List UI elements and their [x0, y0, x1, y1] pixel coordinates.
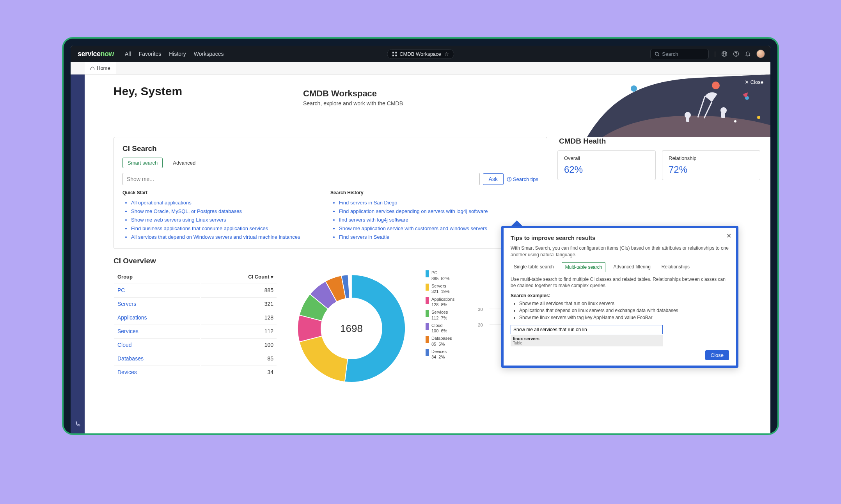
- tips-example-input[interactable]: [511, 325, 663, 334]
- tips-close-icon[interactable]: ✕: [726, 232, 731, 240]
- grid-icon: [392, 51, 397, 57]
- svg-rect-2: [392, 55, 394, 56]
- ci-donut-chart: 1698: [293, 270, 410, 387]
- svg-line-5: [658, 55, 659, 56]
- workspace-pill[interactable]: CMDB Workspace ☆: [387, 49, 454, 59]
- donut-legend: PC885 52%Servers321 19%Applications128 8…: [426, 270, 454, 362]
- example-item: Show me all services that run on linux s…: [519, 300, 729, 307]
- count-cell: 321: [201, 297, 277, 310]
- tab-home[interactable]: Home: [85, 62, 116, 74]
- legend-swatch: [426, 310, 429, 317]
- nav-all[interactable]: All: [125, 51, 131, 57]
- tips-tab-advanced[interactable]: Advanced filtering: [610, 262, 653, 272]
- globe-icon[interactable]: [721, 51, 727, 57]
- search-tips-link[interactable]: Search tips: [507, 176, 538, 182]
- ask-button[interactable]: Ask: [483, 173, 504, 185]
- table-row: Devices34: [114, 366, 277, 378]
- global-search[interactable]: Search: [650, 49, 709, 59]
- legend-swatch: [426, 323, 429, 330]
- legend-swatch: [426, 349, 429, 356]
- svg-rect-19: [686, 117, 689, 122]
- svg-point-10: [736, 55, 736, 55]
- legend-item[interactable]: Cloud100 6%: [426, 323, 454, 334]
- close-icon: ✕: [745, 79, 749, 85]
- health-relationship-label: Relationship: [669, 155, 754, 161]
- count-cell: 85: [201, 352, 277, 365]
- tab-advanced[interactable]: Advanced: [168, 158, 200, 168]
- legend-item[interactable]: PC885 52%: [426, 270, 454, 281]
- group-link[interactable]: Databases: [117, 355, 144, 362]
- group-link[interactable]: Cloud: [117, 342, 132, 348]
- tab-smart-search[interactable]: Smart search: [122, 158, 163, 168]
- health-heading: CMDB Health: [559, 137, 760, 146]
- sort-icon: ▾: [271, 274, 273, 280]
- legend-swatch: [426, 270, 429, 277]
- nav-workspaces[interactable]: Workspaces: [194, 51, 224, 57]
- group-link[interactable]: Services: [117, 328, 138, 334]
- divider: |: [714, 51, 716, 57]
- count-cell: 100: [201, 338, 277, 351]
- ci-search-heading: CI Search: [122, 144, 538, 153]
- quick-start-item[interactable]: Find business applications that consume …: [131, 224, 330, 233]
- nav-history[interactable]: History: [169, 51, 186, 57]
- info-icon: [507, 177, 512, 182]
- left-rail: [71, 62, 85, 433]
- group-link[interactable]: Devices: [117, 369, 137, 375]
- quick-start-item[interactable]: Show me Oracle, MySQL, or Postgres datab…: [131, 207, 330, 216]
- quick-start-item[interactable]: All services that depend on Windows serv…: [131, 233, 330, 241]
- quick-start-list: All operational applicationsShow me Orac…: [122, 199, 330, 241]
- group-link[interactable]: PC: [117, 287, 125, 293]
- star-icon[interactable]: ☆: [444, 51, 449, 57]
- svg-point-4: [655, 52, 658, 55]
- legend-item[interactable]: Servers321 19%: [426, 283, 454, 295]
- hero-close-button[interactable]: ✕ Close: [745, 79, 763, 85]
- svg-rect-21: [721, 112, 725, 118]
- quick-start-label: Quick Start: [122, 190, 330, 195]
- count-cell: 128: [201, 311, 277, 324]
- legend-item[interactable]: Databases85 5%: [426, 335, 454, 347]
- hero-illustration: [587, 75, 770, 137]
- legend-item[interactable]: Applications128 8%: [426, 296, 454, 308]
- nav-favorites[interactable]: Favorites: [139, 51, 161, 57]
- health-relationship-value: 72%: [669, 164, 754, 175]
- example-item: Applications that depend on linux server…: [519, 307, 729, 314]
- user-avatar[interactable]: [756, 50, 765, 58]
- legend-item[interactable]: Services112 7%: [426, 309, 454, 321]
- tips-suggestion[interactable]: linux servers Table: [511, 335, 663, 346]
- history-item[interactable]: Find servers in San Diego: [339, 199, 538, 207]
- quick-start-item[interactable]: Show me web servers using Linux servers: [131, 216, 330, 224]
- history-item[interactable]: Find application services depending on s…: [339, 207, 538, 216]
- tips-tab-multi[interactable]: Multi-table search: [562, 262, 606, 272]
- health-overall-card[interactable]: Overall 62%: [557, 150, 656, 180]
- hero-banner: Hey, System CMDB Workspace Search, explo…: [85, 75, 770, 137]
- tips-tab-relationships[interactable]: Relationships: [658, 262, 693, 272]
- legend-swatch: [426, 336, 429, 343]
- tips-description: With Smart Search, you can find configur…: [511, 245, 729, 258]
- group-link[interactable]: Servers: [117, 301, 136, 307]
- legend-swatch: [426, 284, 429, 291]
- count-cell: 112: [201, 325, 277, 337]
- search-tips-popover: Tips to improve search results ✕ With Sm…: [501, 226, 738, 368]
- col-count[interactable]: CI Count ▾: [201, 271, 277, 283]
- svg-rect-0: [392, 51, 394, 53]
- count-cell: 885: [201, 284, 277, 296]
- group-link[interactable]: Applications: [117, 314, 147, 321]
- bell-icon[interactable]: [745, 51, 751, 57]
- legend-swatch: [426, 297, 429, 304]
- legend-item[interactable]: Devices34 2%: [426, 349, 454, 360]
- table-row: Databases85: [114, 352, 277, 365]
- top-nav: servicenow All Favorites History Workspa…: [71, 46, 770, 62]
- health-relationship-card[interactable]: Relationship 72%: [662, 150, 760, 180]
- rail-phone-icon[interactable]: [75, 421, 81, 428]
- count-cell: 34: [201, 366, 277, 378]
- tips-tab-single[interactable]: Single-table search: [511, 262, 557, 272]
- donut-total: 1698: [293, 270, 410, 387]
- hero-subtitle: Search, explore and work with the CMDB: [303, 100, 403, 106]
- tips-close-button[interactable]: Close: [705, 350, 729, 360]
- help-icon[interactable]: [733, 51, 739, 57]
- quick-start-item[interactable]: All operational applications: [131, 199, 330, 207]
- smart-search-input[interactable]: [122, 173, 480, 185]
- history-item[interactable]: find servers with log4j software: [339, 216, 538, 224]
- col-group[interactable]: Group: [114, 271, 200, 283]
- svg-rect-3: [395, 55, 397, 56]
